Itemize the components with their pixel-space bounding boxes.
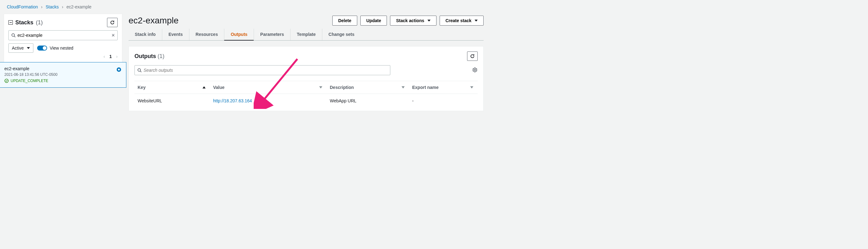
col-export-name[interactable]: Export name [409, 81, 478, 94]
stacks-filter-field[interactable] [18, 33, 110, 38]
stack-item[interactable]: ec2-example 2021-06-18 13:41:56 UTC-0500… [0, 62, 126, 88]
tab-template[interactable]: Template [290, 29, 322, 40]
settings-button[interactable] [472, 67, 478, 74]
search-icon [137, 68, 142, 72]
refresh-icon [110, 20, 115, 25]
stack-actions-button[interactable]: Stack actions [390, 15, 436, 26]
outputs-search-field[interactable] [144, 68, 388, 73]
status-filter-select[interactable]: Active [8, 43, 33, 53]
tab-bar: Stack info Events Resources Outputs Para… [128, 29, 484, 40]
create-stack-button[interactable]: Create stack [440, 15, 484, 26]
stack-actions-label: Stack actions [396, 18, 424, 23]
sort-icon [402, 86, 405, 89]
stacks-pager: ‹ 1 › [8, 54, 118, 59]
page-title: ec2-example [128, 15, 179, 26]
stacks-filter-input[interactable]: × [8, 30, 118, 40]
svg-point-3 [138, 69, 141, 71]
search-icon [11, 33, 16, 37]
caret-down-icon [474, 20, 478, 22]
col-value[interactable]: Value [210, 81, 327, 94]
view-nested-toggle[interactable] [37, 45, 47, 51]
sort-icon [470, 86, 473, 89]
clear-icon[interactable]: × [112, 32, 115, 38]
stack-item-status: UPDATE_COMPLETE [10, 79, 48, 83]
main-content: ec2-example Delete Update Stack actions … [128, 14, 489, 111]
outputs-panel: Outputs (1) [128, 46, 484, 111]
cell-description: WebApp URL [327, 94, 409, 111]
cell-key: WebsiteURL [134, 94, 210, 111]
svg-point-0 [12, 34, 15, 36]
sort-asc-icon [203, 86, 206, 89]
col-value-label: Value [213, 85, 225, 90]
table-row: WebsiteURL http://18.207.63.164 WebApp U… [134, 94, 478, 111]
breadcrumb: CloudFormation › Stacks › ec2-example [0, 0, 489, 14]
col-key[interactable]: Key [134, 81, 210, 94]
svg-line-4 [141, 71, 142, 72]
tab-change-sets[interactable]: Change sets [322, 29, 361, 40]
outputs-table: Key Value Description Export name [134, 81, 478, 111]
collapse-icon[interactable]: − [8, 20, 13, 25]
cell-export-name: - [409, 94, 478, 111]
tab-outputs[interactable]: Outputs [224, 29, 254, 40]
cell-value-link[interactable]: http://18.207.63.164 [213, 98, 252, 103]
col-description-label: Description [330, 85, 354, 90]
stack-item-name: ec2-example [4, 66, 122, 71]
breadcrumb-current: ec2-example [66, 4, 91, 9]
caret-down-icon [27, 47, 30, 49]
stacks-count: (1) [36, 19, 43, 26]
chevron-right-icon: › [62, 4, 63, 9]
col-description[interactable]: Description [327, 81, 409, 94]
refresh-button[interactable] [107, 18, 118, 27]
refresh-icon [470, 54, 475, 59]
outputs-refresh-button[interactable] [467, 52, 478, 61]
caret-down-icon [428, 20, 431, 22]
gear-icon [472, 67, 478, 73]
pager-page: 1 [110, 54, 112, 59]
svg-point-5 [474, 69, 476, 70]
pager-next[interactable]: › [116, 54, 118, 59]
status-filter-label: Active [12, 45, 24, 51]
view-nested-label: View nested [50, 45, 73, 51]
outputs-count: (1) [158, 53, 164, 59]
outputs-title: Outputs [134, 53, 156, 59]
update-button[interactable]: Update [360, 15, 387, 26]
create-stack-label: Create stack [445, 18, 471, 23]
radio-selected-icon [117, 67, 121, 72]
tab-resources[interactable]: Resources [189, 29, 224, 40]
tab-events[interactable]: Events [162, 29, 189, 40]
tab-parameters[interactable]: Parameters [254, 29, 290, 40]
breadcrumb-stacks[interactable]: Stacks [45, 4, 59, 9]
check-circle-icon [4, 79, 9, 83]
col-export-name-label: Export name [412, 85, 439, 90]
col-key-label: Key [137, 85, 146, 90]
sort-icon [319, 86, 322, 89]
pager-prev[interactable]: ‹ [103, 54, 105, 59]
outputs-search[interactable] [134, 65, 390, 75]
stacks-title: Stacks [15, 19, 33, 26]
stacks-sidebar: − Stacks (1) × Active [4, 14, 122, 88]
breadcrumb-root[interactable]: CloudFormation [7, 4, 38, 9]
svg-line-1 [14, 36, 16, 37]
stack-item-timestamp: 2021-06-18 13:41:56 UTC-0500 [4, 72, 122, 77]
delete-button[interactable]: Delete [332, 15, 357, 26]
tab-stack-info[interactable]: Stack info [128, 29, 162, 40]
chevron-right-icon: › [41, 4, 43, 9]
